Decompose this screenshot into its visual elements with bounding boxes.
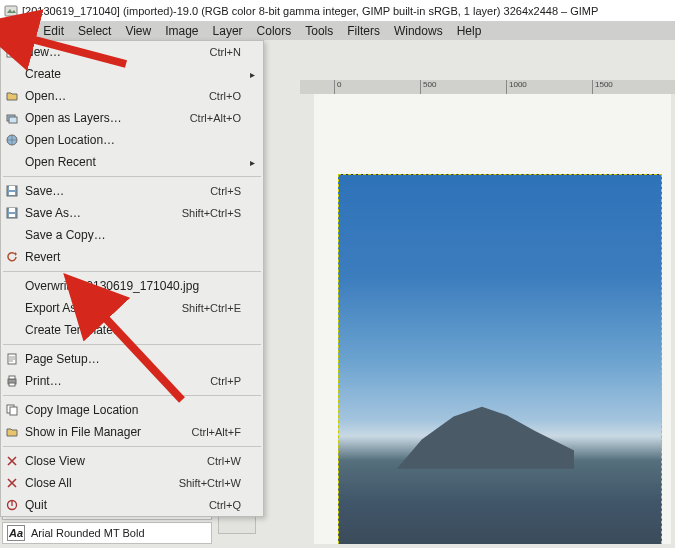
submenu-indicator: ▸ (247, 69, 255, 80)
svg-rect-10 (9, 208, 15, 212)
ruler-tick: 0 (334, 80, 341, 94)
menu-image[interactable]: Image (159, 23, 204, 39)
menu-item-shortcut: Ctrl+P (210, 375, 241, 387)
menu-item-shortcut: Shift+Ctrl+W (179, 477, 241, 489)
menu-item-label: Open Location… (25, 133, 241, 147)
menu-item-shortcut: Ctrl+Alt+F (191, 426, 241, 438)
svg-rect-8 (9, 192, 15, 195)
menu-tools[interactable]: Tools (299, 23, 339, 39)
close-icon (5, 454, 19, 468)
menu-item-save[interactable]: Save…Ctrl+S (1, 180, 263, 202)
svg-rect-11 (9, 214, 15, 217)
canvas[interactable] (314, 94, 671, 544)
menu-item-open-as-layers[interactable]: Open as Layers…Ctrl+Alt+O (1, 107, 263, 129)
menu-item-shortcut: Shift+Ctrl+S (182, 207, 241, 219)
menu-item-label: Close View (25, 454, 201, 468)
menu-item-label: Save As… (25, 206, 176, 220)
menu-item-quit[interactable]: QuitCtrl+Q (1, 494, 263, 516)
menu-item-close-view[interactable]: Close ViewCtrl+W (1, 450, 263, 472)
ruler-tick: 500 (420, 80, 436, 94)
menu-item-shortcut: Ctrl+N (210, 46, 241, 58)
menu-item-shortcut: Ctrl+O (209, 90, 241, 102)
ruler-tick: 1500 (592, 80, 613, 94)
menu-item-close-all[interactable]: Close AllShift+Ctrl+W (1, 472, 263, 494)
menu-item-shortcut: Ctrl+S (210, 185, 241, 197)
close-icon (5, 476, 19, 490)
mountain-shape (397, 404, 574, 469)
svg-rect-17 (10, 407, 17, 415)
menu-item-open[interactable]: Open…Ctrl+O (1, 85, 263, 107)
menu-item-open-recent[interactable]: Open Recent▸ (1, 151, 263, 173)
font-swatch: Aa (7, 525, 25, 541)
menu-item-save-a-copy[interactable]: Save a Copy… (1, 224, 263, 246)
file-menu-dropdown: New…Ctrl+NCreate▸Open…Ctrl+OOpen as Laye… (0, 40, 264, 517)
menu-item-label: Quit (25, 498, 203, 512)
image-layer[interactable] (338, 174, 662, 544)
menu-item-open-location[interactable]: Open Location… (1, 129, 263, 151)
menu-item-label: Show in File Manager (25, 425, 185, 439)
globe-icon (5, 133, 19, 147)
menu-item-label: Open… (25, 89, 203, 103)
font-name: Arial Rounded MT Bold (31, 527, 145, 539)
blank-icon (5, 279, 19, 293)
menu-separator (3, 271, 261, 272)
menu-windows[interactable]: Windows (388, 23, 449, 39)
menu-item-label: Close All (25, 476, 173, 490)
menu-item-label: Save a Copy… (25, 228, 241, 242)
blank-icon (5, 301, 19, 315)
blank-icon (5, 155, 19, 169)
ruler-tick: 1000 (506, 80, 527, 94)
menu-item-label: Save… (25, 184, 204, 198)
menu-item-revert[interactable]: Revert (1, 246, 263, 268)
menu-item-shortcut: Ctrl+Alt+O (190, 112, 241, 124)
layers-icon (5, 111, 19, 125)
submenu-indicator: ▸ (247, 157, 255, 168)
menu-item-label: Open as Layers… (25, 111, 184, 125)
menu-separator (3, 446, 261, 447)
menu-item-label: Revert (25, 250, 241, 264)
window-title: [20130619_171040] (imported)-19.0 (RGB c… (22, 5, 598, 17)
menu-help[interactable]: Help (451, 23, 488, 39)
svg-rect-14 (9, 376, 15, 379)
menu-filters[interactable]: Filters (341, 23, 386, 39)
font-row[interactable]: Aa Arial Rounded MT Bold (2, 522, 212, 544)
menu-separator (3, 176, 261, 177)
ruler-horizontal: 0 500 1000 1500 (300, 80, 675, 94)
menu-layer[interactable]: Layer (207, 23, 249, 39)
annotation-arrow-export (72, 290, 202, 413)
menu-item-label: Open Recent (25, 155, 241, 169)
quit-icon (5, 498, 19, 512)
svg-rect-4 (9, 117, 17, 123)
svg-line-19 (20, 36, 126, 64)
menu-item-shortcut: Ctrl+W (207, 455, 241, 467)
page-icon (5, 352, 19, 366)
print-icon (5, 374, 19, 388)
svg-rect-7 (9, 186, 15, 190)
menu-item-save-as[interactable]: Save As…Shift+Ctrl+S (1, 202, 263, 224)
folder-icon (5, 425, 19, 439)
folder-icon (5, 89, 19, 103)
blank-icon (5, 228, 19, 242)
svg-line-20 (96, 308, 182, 400)
menu-item-shortcut: Ctrl+Q (209, 499, 241, 511)
annotation-arrow-file (6, 16, 136, 79)
copy-icon (5, 403, 19, 417)
menu-item-show-in-file-manager[interactable]: Show in File ManagerCtrl+Alt+F (1, 421, 263, 443)
blank-icon (5, 323, 19, 337)
svg-rect-15 (9, 383, 15, 386)
revert-icon (5, 250, 19, 264)
disk-icon (5, 184, 19, 198)
menu-colors[interactable]: Colors (251, 23, 298, 39)
disk-icon (5, 206, 19, 220)
